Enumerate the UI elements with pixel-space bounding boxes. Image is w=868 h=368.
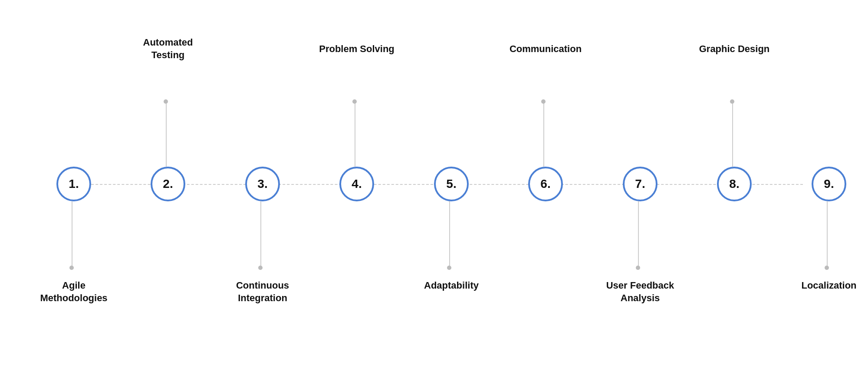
dot-bottom-3	[258, 266, 263, 270]
node-label-3: 3.	[257, 177, 267, 191]
vline-top-4	[355, 102, 355, 167]
circle-5: 5.	[434, 167, 469, 201]
label-below-9: Localization	[786, 279, 868, 292]
label-above-4: Problem Solving	[305, 43, 409, 56]
node-label-8: 8.	[729, 177, 739, 191]
node-3-wrapper: 3. ContinuousIntegration	[245, 19, 280, 349]
dot-bottom-7	[636, 266, 640, 270]
node-label-9: 9.	[824, 177, 834, 191]
node-label-5: 5.	[446, 177, 456, 191]
circle-8: 8.	[717, 167, 752, 201]
vline-bottom-7	[638, 201, 639, 266]
vline-top-8	[732, 102, 733, 167]
circle-3: 3.	[245, 167, 280, 201]
circle-2: 2.	[151, 167, 185, 201]
dot-bottom-9	[825, 266, 829, 270]
node-label-4: 4.	[352, 177, 362, 191]
node-1-wrapper: 1. AgileMethodologies	[56, 19, 91, 349]
circle-7: 7.	[623, 167, 658, 201]
node-label-6: 6.	[540, 177, 550, 191]
circle-9: 9.	[812, 167, 846, 201]
node-2-wrapper: 2. AutomatedTesting	[151, 19, 185, 349]
vline-bottom-1	[72, 201, 72, 266]
label-above-6: Communication	[493, 43, 598, 56]
label-below-3: ContinuousIntegration	[219, 279, 306, 304]
vline-bottom-3	[260, 201, 261, 266]
node-label-1: 1.	[69, 177, 79, 191]
node-7-wrapper: 7. User FeedbackAnalysis	[623, 19, 658, 349]
vline-bottom-9	[827, 201, 828, 266]
node-9-wrapper: 9. Localization	[812, 19, 846, 349]
node-6-wrapper: 6. Communication	[528, 19, 563, 349]
dot-top-2	[164, 99, 168, 104]
dot-bottom-5	[447, 266, 451, 270]
vline-top-6	[543, 102, 544, 167]
node-label-7: 7.	[635, 177, 645, 191]
timeline-wrapper: /* 9 nodes, evenly spaced across ~1800px…	[22, 19, 846, 349]
node-8-wrapper: 8. Graphic Design	[717, 19, 752, 349]
node-5-wrapper: 5. Adaptability	[434, 19, 469, 349]
diagram-container: /* 9 nodes, evenly spaced across ~1800px…	[22, 19, 846, 349]
label-above-8: Graphic Design	[687, 43, 782, 56]
circle-6: 6.	[528, 167, 563, 201]
circle-1: 1.	[56, 167, 91, 201]
dot-top-4	[352, 99, 357, 104]
dot-top-8	[730, 99, 734, 104]
label-below-5: Adaptability	[408, 279, 495, 292]
label-below-1: AgileMethodologies	[30, 279, 117, 304]
label-below-7: User FeedbackAnalysis	[592, 279, 688, 304]
vline-top-2	[166, 102, 167, 167]
node-label-2: 2.	[163, 177, 173, 191]
dot-top-6	[541, 99, 546, 104]
node-4-wrapper: 4. Problem Solving	[339, 19, 374, 349]
dot-bottom-1	[69, 266, 74, 270]
circle-4: 4.	[339, 167, 374, 201]
label-above-2: AutomatedTesting	[125, 36, 211, 61]
vline-bottom-5	[449, 201, 450, 266]
